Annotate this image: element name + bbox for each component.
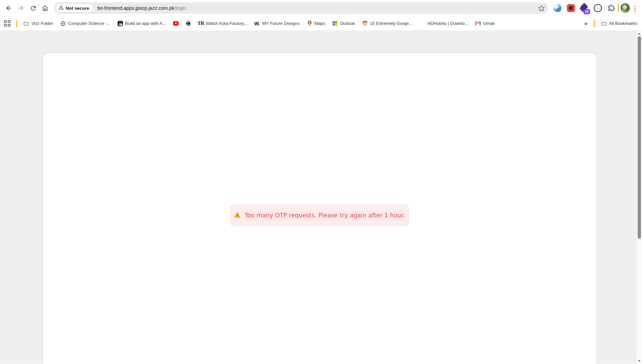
home-button[interactable] [39, 2, 51, 14]
not-secure-warning-icon [59, 5, 64, 11]
youtube-icon [173, 21, 179, 26]
extension-badge: 16 [583, 9, 590, 14]
browser-toolbar: Not secure bo-frontend.apps.jpocp.jazz.c… [0, 0, 642, 16]
apps-grid-icon[interactable] [3, 20, 11, 27]
folder-icon [24, 21, 29, 26]
json-formatter-extension-icon[interactable]: {...} [593, 4, 602, 12]
back-button[interactable] [3, 2, 15, 14]
browser-menu-icon[interactable]: ⋮ [631, 4, 639, 12]
address-bar[interactable]: Not secure bo-frontend.apps.jpocp.jazz.c… [54, 2, 548, 14]
bookmark-label: MY Future Designs [262, 21, 299, 26]
dark-globe-icon [186, 21, 191, 26]
reload-icon [30, 5, 37, 12]
bookmarks-bar: Vizz Folder Computer Science -... Build … [0, 16, 642, 31]
bookmark-hdhub4u[interactable]: HDHub4u | Downlo... [419, 19, 470, 29]
bookmark-label: HDHub4u | Downlo... [427, 21, 469, 26]
purple-vpn-extension-icon[interactable]: 16 [580, 4, 589, 12]
alert-message: Too many OTP requests. Please try again … [245, 212, 405, 219]
bookmark-label: Maps [315, 21, 325, 26]
url-text[interactable]: bo-frontend.apps.jpocp.jazz.com.pk/login [97, 5, 535, 11]
build-app-icon [118, 21, 123, 26]
all-bookmarks-button[interactable]: All Bookmarks [600, 19, 638, 29]
otp-error-alert: Too many OTP requests. Please try again … [230, 205, 409, 226]
profile-avatar[interactable] [620, 3, 630, 13]
bookmark-label: Build an app with A... [125, 21, 166, 26]
bookmark-label: Computer Science -... [68, 21, 110, 26]
bookmarks-separator-right [594, 20, 595, 27]
bookmark-gmail[interactable]: Gmail [474, 19, 495, 29]
warning-triangle-icon [234, 212, 241, 219]
atom-extension-icon[interactable] [567, 4, 575, 12]
bookmark-my-future-designs[interactable]: W. MY Future Designs [253, 19, 300, 29]
globe-icon [60, 21, 66, 26]
gmail-icon [475, 21, 481, 26]
blank-icon [420, 21, 425, 26]
bookmark-build-app[interactable]: Build an app with A... [117, 19, 167, 29]
all-bookmarks-label: All Bookmarks [609, 21, 637, 26]
scrollbar-down-arrow[interactable] [638, 360, 641, 362]
url-path: /login [174, 5, 186, 11]
bookmark-dark-globe[interactable] [185, 19, 192, 29]
tr-icon: TR [198, 21, 203, 26]
bookmark-label: Vizz Folder [31, 21, 53, 26]
reload-button[interactable] [27, 2, 39, 14]
extension-cluster: 16 {...} [551, 4, 618, 12]
forward-button[interactable] [15, 2, 27, 14]
bookmark-label: Outlook [340, 21, 355, 26]
page-scrollbar[interactable] [636, 31, 642, 364]
url-domain: bo-frontend.apps.jpocp.jazz.com.pk [97, 5, 174, 11]
bookmark-vizz-folder[interactable]: Vizz Folder [23, 19, 54, 29]
bookmark-outlook[interactable]: Outlook [331, 19, 356, 29]
maps-pin-icon [307, 21, 312, 26]
blue-swirl-extension-icon[interactable] [553, 4, 562, 12]
bookmark-kota-factory[interactable]: TR Watch Kota Factory... [197, 19, 249, 29]
folder-icon [601, 21, 607, 26]
bookmark-maps[interactable]: Maps [306, 19, 326, 29]
w-icon: W. [254, 21, 260, 26]
bookmark-label: Watch Kota Factory... [206, 21, 248, 26]
bookmark-15-extremely[interactable]: 15 Extremely Gorge... [361, 19, 413, 29]
bookmarks-separator-left [16, 20, 18, 27]
bookmarks-overflow-chevron[interactable]: » [583, 20, 588, 27]
back-icon [5, 4, 12, 12]
security-chip-label: Not secure [66, 6, 89, 11]
page-content: Too many OTP requests. Please try again … [0, 31, 642, 364]
scrollbar-up-arrow[interactable] [638, 33, 641, 35]
microsoft-icon [332, 21, 338, 26]
bookmark-label: 15 Extremely Gorge... [370, 21, 412, 26]
boy-icon [362, 21, 367, 26]
scrollbar-thumb[interactable] [638, 36, 641, 239]
bookmark-computer-science[interactable]: Computer Science -... [59, 19, 111, 29]
home-icon [41, 4, 49, 12]
forward-icon [17, 4, 25, 12]
toolbar-separator [618, 4, 619, 12]
extensions-puzzle-icon[interactable] [607, 4, 616, 12]
security-chip[interactable]: Not secure [56, 4, 93, 12]
bookmark-youtube[interactable] [172, 19, 180, 29]
bookmark-star-icon[interactable] [538, 5, 545, 12]
bookmark-label: Gmail [483, 21, 494, 26]
